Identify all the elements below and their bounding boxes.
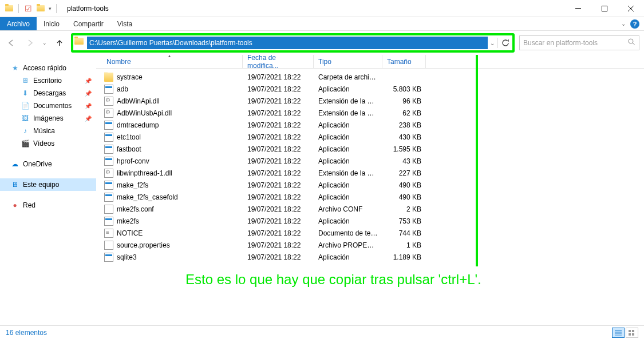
star-icon: ★ <box>10 63 19 73</box>
sidebar-item-documentos[interactable]: 📄Documentos📌 <box>0 99 96 112</box>
file-date: 19/07/2021 18:22 <box>243 253 314 261</box>
file-name: AdbWinUsbApi.dll <box>117 109 172 117</box>
file-row[interactable]: mke2fs 19/07/2021 18:22 Aplicación 753 K… <box>96 215 644 227</box>
sidebar-network[interactable]: ● Red <box>0 199 96 212</box>
images-icon: 🖼 <box>21 114 30 123</box>
search-icon[interactable] <box>628 38 635 47</box>
file-size: 744 KB <box>382 229 426 237</box>
file-type: Aplicación <box>314 193 382 201</box>
address-dropdown-icon[interactable]: ⌄ <box>490 40 495 46</box>
sidebar-item-label: Imágenes <box>33 114 64 122</box>
file-size: 62 KB <box>382 109 426 117</box>
file-row[interactable]: NOTICE 19/07/2021 18:22 Documento de tex… <box>96 227 644 239</box>
file-type: Archivo CONF <box>314 205 382 213</box>
details-view-button[interactable] <box>612 328 625 338</box>
sidebar-quick-access[interactable]: ★ Acceso rápido <box>0 62 96 74</box>
file-type: Carpeta de archivos <box>314 73 382 81</box>
folder-small-icon[interactable] <box>36 4 45 13</box>
close-button[interactable] <box>618 0 644 17</box>
column-name[interactable]: Nombre▴ <box>96 55 243 68</box>
tab-inicio[interactable]: Inicio <box>37 17 66 30</box>
quick-access-toolbar: ☑ ▾ platform-tools <box>0 4 109 13</box>
pin-icon: 📌 <box>85 103 92 109</box>
file-row[interactable]: source.properties 19/07/2021 18:22 Archi… <box>96 239 644 251</box>
file-row[interactable]: etc1tool 19/07/2021 18:22 Aplicación 430… <box>96 131 644 143</box>
sidebar-item-música[interactable]: ♪Música <box>0 125 96 137</box>
documents-icon: 📄 <box>21 101 30 110</box>
tab-archivo[interactable]: Archivo <box>0 17 37 30</box>
file-name: mke2fs <box>117 217 139 225</box>
qat-dropdown-icon[interactable]: ▾ <box>49 6 52 11</box>
file-row[interactable]: adb 19/07/2021 18:22 Aplicación 5.803 KB <box>96 83 644 95</box>
address-input[interactable] <box>87 37 488 49</box>
file-type: Aplicación <box>314 145 382 153</box>
file-row[interactable]: fastboot 19/07/2021 18:22 Aplicación 1.5… <box>96 143 644 155</box>
file-size: 43 KB <box>382 157 426 165</box>
file-date: 19/07/2021 18:22 <box>243 229 314 237</box>
file-type: Archivo PROPERTI... <box>314 241 382 249</box>
search-input[interactable] <box>523 39 628 47</box>
properties-icon[interactable]: ☑ <box>23 4 33 13</box>
blank-icon <box>104 241 113 250</box>
sidebar-item-label: Música <box>33 127 55 135</box>
address-bar: ⌄ <box>71 33 515 53</box>
file-name: sqlite3 <box>117 253 137 261</box>
file-row[interactable]: dmtracedump 19/07/2021 18:22 Aplicación … <box>96 119 644 131</box>
column-label: Nombre <box>106 58 131 66</box>
file-name: mke2fs.conf <box>117 205 154 213</box>
file-name: hprof-conv <box>117 157 149 165</box>
sidebar-item-label: Descargas <box>33 89 66 97</box>
sidebar-onedrive[interactable]: ☁ OneDrive <box>0 158 96 170</box>
file-type: Aplicación <box>314 217 382 225</box>
file-row[interactable]: mke2fs.conf 19/07/2021 18:22 Archivo CON… <box>96 203 644 215</box>
file-row[interactable]: hprof-conv 19/07/2021 18:22 Aplicación 4… <box>96 155 644 167</box>
exe-icon <box>104 85 113 94</box>
file-row[interactable]: make_f2fs_casefold 19/07/2021 18:22 Apli… <box>96 191 644 203</box>
minimize-button[interactable] <box>565 0 591 17</box>
column-date[interactable]: Fecha de modifica... <box>243 55 314 68</box>
back-button[interactable] <box>5 36 18 50</box>
file-size: 1.189 KB <box>382 253 426 261</box>
cloud-icon: ☁ <box>10 159 19 169</box>
help-icon[interactable]: ? <box>630 19 639 29</box>
maximize-button[interactable] <box>591 0 618 17</box>
file-row[interactable]: libwinpthread-1.dll 19/07/2021 18:22 Ext… <box>96 167 644 179</box>
pc-icon: 🖥 <box>10 180 19 189</box>
file-row[interactable]: sqlite3 19/07/2021 18:22 Aplicación 1.18… <box>96 251 644 263</box>
separator <box>497 38 497 48</box>
file-row[interactable]: make_f2fs 19/07/2021 18:22 Aplicación 49… <box>96 179 644 191</box>
sidebar-item-label: Documentos <box>33 102 72 110</box>
sidebar-item-imágenes[interactable]: 🖼Imágenes📌 <box>0 112 96 125</box>
tab-vista[interactable]: Vista <box>110 17 139 30</box>
file-name: AdbWinApi.dll <box>117 97 160 105</box>
column-size[interactable]: Tamaño <box>382 55 426 68</box>
sidebar-item-descargas[interactable]: ⬇Descargas📌 <box>0 87 96 99</box>
file-row[interactable]: systrace 19/07/2021 18:22 Carpeta de arc… <box>96 71 644 83</box>
sidebar-item-label: Acceso rápido <box>23 64 66 72</box>
tab-compartir[interactable]: Compartir <box>66 17 110 30</box>
sort-indicator-icon: ▴ <box>168 55 171 58</box>
file-row[interactable]: AdbWinUsbApi.dll 19/07/2021 18:22 Extens… <box>96 107 644 119</box>
up-button[interactable] <box>53 36 66 50</box>
dll-icon <box>104 97 113 106</box>
icons-view-button[interactable] <box>626 328 638 338</box>
ribbon-collapse-icon[interactable]: ⌄ <box>621 21 626 27</box>
exe-icon <box>104 181 113 190</box>
column-type[interactable]: Tipo <box>314 55 382 68</box>
annotation-marker <box>476 55 478 266</box>
file-date: 19/07/2021 18:22 <box>243 133 314 141</box>
file-date: 19/07/2021 18:22 <box>243 85 314 93</box>
sidebar-item-escritorio[interactable]: 🖥Escritorio📌 <box>0 74 96 87</box>
sidebar-this-pc[interactable]: 🖥 Este equipo <box>0 178 96 191</box>
refresh-button[interactable] <box>500 37 511 49</box>
forward-button[interactable] <box>23 36 37 50</box>
file-row[interactable]: AdbWinApi.dll 19/07/2021 18:22 Extensión… <box>96 95 644 107</box>
file-date: 19/07/2021 18:22 <box>243 193 314 201</box>
file-size: 1 KB <box>382 241 426 249</box>
folder-icon <box>104 73 113 82</box>
file-date: 19/07/2021 18:22 <box>243 205 314 213</box>
sidebar-item-vídeos[interactable]: 🎬Vídeos <box>0 137 96 150</box>
exe-icon <box>104 133 113 142</box>
recent-dropdown-icon[interactable]: ⌄ <box>41 36 48 50</box>
sidebar-item-label: Vídeos <box>33 139 54 147</box>
